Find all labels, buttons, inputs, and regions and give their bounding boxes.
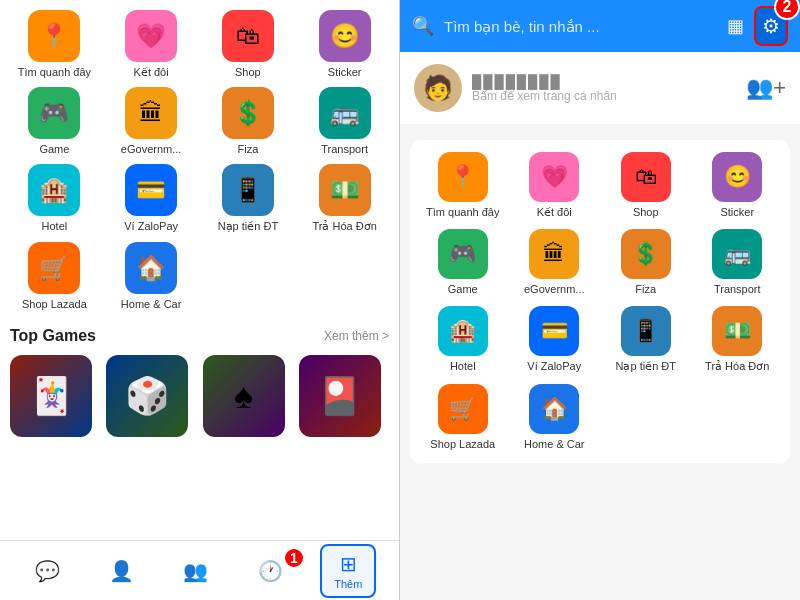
right-app-icon-zalopay-r: 💳 [529,306,579,356]
right-app-label-transport-r: Transport [714,283,761,296]
app-item-zalopay[interactable]: 💳 Ví ZaloPay [107,164,196,233]
game-icon-game2: 🎲 [125,375,170,417]
app-label-home-car: Home & Car [121,298,182,311]
app-item-home-car[interactable]: 🏠 Home & Car [107,242,196,311]
profile-info: ████████ Bấm để xem trang cá nhân [472,74,617,103]
game-icon-game3: ♠ [234,375,253,417]
app-item-shop-lazada[interactable]: 🛒 Shop Lazada [10,242,99,311]
app-label-tra-hoa-don: Trả Hóa Đơn [312,220,376,233]
right-app-icon-home-car-r: 🏠 [529,384,579,434]
right-app-grid: 📍 Tìm quanh đây 💗 Kết đôi 🛍 Shop 😊 Stick… [410,140,790,463]
settings-button[interactable]: ⚙ 2 [754,6,788,46]
right-app-icon-fiza-r: 💲 [621,229,671,279]
right-app-item-game-r[interactable]: 🎮 Game [422,229,504,296]
right-app-label-egovernment-r: eGovernm... [524,283,585,296]
see-more-link[interactable]: Xem thêm > [324,329,389,343]
nav-contacts[interactable]: 👤 [97,553,146,589]
game-thumb-game3[interactable]: ♠ [203,355,285,437]
app-item-tra-hoa-don[interactable]: 💵 Trả Hóa Đơn [300,164,389,233]
game-thumb-game4[interactable]: 🎴 [299,355,381,437]
right-app-icon-sticker-r: 😊 [712,152,762,202]
nav-groups[interactable]: 👥 [171,553,220,589]
search-icon: 🔍 [412,15,434,37]
app-item-shop[interactable]: 🛍 Shop [204,10,293,79]
app-icon-zalopay: 💳 [125,164,177,216]
right-app-item-tim-quanh-day-r[interactable]: 📍 Tìm quanh đây [422,152,504,219]
game-thumb-game2[interactable]: 🎲 [106,355,188,437]
right-app-icon-game-r: 🎮 [438,229,488,279]
qr-icon[interactable]: ▦ [727,15,744,37]
nav-more[interactable]: ⊞ Thêm [320,544,376,598]
bottom-nav: 💬 👤 👥 🕐 1 ⊞ Thêm [0,540,399,600]
app-label-hotel: Hotel [42,220,68,233]
right-app-label-shop-lazada-r: Shop Lazada [430,438,495,451]
app-icon-tra-hoa-don: 💵 [319,164,371,216]
right-app-icon-shop-lazada-r: 🛒 [438,384,488,434]
right-header: 🔍 ▦ ⚙ 2 [400,0,800,52]
left-panel: 📍 Tìm quanh đây 💗 Kết đôi 🛍 Shop 😊 Stick… [0,0,400,600]
right-app-item-fiza-r[interactable]: 💲 Fiza [605,229,687,296]
right-app-icon-tra-hoa-don-r: 💵 [712,306,762,356]
app-label-nap-tien: Nạp tiền ĐT [218,220,278,233]
right-app-item-home-car-r[interactable]: 🏠 Home & Car [514,384,596,451]
right-app-icon-tim-quanh-day-r: 📍 [438,152,488,202]
right-app-item-hotel-r[interactable]: 🏨 Hotel [422,306,504,373]
more-label: Thêm [334,578,362,590]
right-panel: 🔍 ▦ ⚙ 2 🧑 ████████ Bấm để xem trang cá n… [400,0,800,600]
right-app-label-shop-r: Shop [633,206,659,219]
app-label-transport: Transport [321,143,368,156]
right-app-item-ket-doi-r[interactable]: 💗 Kết đôi [514,152,596,219]
contacts-icon: 👤 [109,559,134,583]
app-label-ket-doi: Kết đôi [134,66,169,79]
right-app-label-hotel-r: Hotel [450,360,476,373]
search-input[interactable] [444,18,717,35]
app-icon-tim-quanh-day: 📍 [28,10,80,62]
badge-1: 1 [283,547,305,569]
right-app-item-nap-tien-r[interactable]: 📱 Nạp tiền ĐT [605,306,687,373]
profile-section[interactable]: 🧑 ████████ Bấm để xem trang cá nhân 👥+ [400,52,800,124]
app-item-fiza[interactable]: 💲 Fiza [204,87,293,156]
right-app-item-tra-hoa-don-r[interactable]: 💵 Trả Hóa Đơn [697,306,779,373]
app-label-shop-lazada: Shop Lazada [22,298,87,311]
avatar: 🧑 [414,64,462,112]
right-app-label-tim-quanh-day-r: Tìm quanh đây [426,206,499,219]
app-item-game[interactable]: 🎮 Game [10,87,99,156]
nav-timeline[interactable]: 🕐 1 [246,553,295,589]
app-label-zalopay: Ví ZaloPay [124,220,178,233]
right-app-label-game-r: Game [448,283,478,296]
app-label-egovernment: eGovernm... [121,143,182,156]
right-app-label-sticker-r: Sticker [720,206,754,219]
app-item-hotel[interactable]: 🏨 Hotel [10,164,99,233]
right-app-item-shop-r[interactable]: 🛍 Shop [605,152,687,219]
games-grid: 🃏🎲♠🎴 [10,355,389,437]
app-icon-transport: 🚌 [319,87,371,139]
gear-icon: ⚙ [762,15,780,37]
right-app-icon-hotel-r: 🏨 [438,306,488,356]
app-item-egovernment[interactable]: 🏛 eGovernm... [107,87,196,156]
right-app-item-shop-lazada-r[interactable]: 🛒 Shop Lazada [422,384,504,451]
app-item-transport[interactable]: 🚌 Transport [300,87,389,156]
profile-name: ████████ [472,74,617,89]
timeline-icon: 🕐 [258,559,283,583]
nav-chat[interactable]: 💬 [23,553,72,589]
app-item-sticker[interactable]: 😊 Sticker [300,10,389,79]
app-icon-sticker: 😊 [319,10,371,62]
top-games-header: Top Games Xem thêm > [10,327,389,345]
right-app-item-egovernment-r[interactable]: 🏛 eGovernm... [514,229,596,296]
right-app-item-zalopay-r[interactable]: 💳 Ví ZaloPay [514,306,596,373]
right-app-label-home-car-r: Home & Car [524,438,585,451]
app-item-tim-quanh-day[interactable]: 📍 Tìm quanh đây [10,10,99,79]
app-label-sticker: Sticker [328,66,362,79]
app-item-ket-doi[interactable]: 💗 Kết đôi [107,10,196,79]
more-grid-icon: ⊞ [340,552,357,576]
right-app-icon-nap-tien-r: 📱 [621,306,671,356]
right-app-item-transport-r[interactable]: 🚌 Transport [697,229,779,296]
app-item-nap-tien[interactable]: 📱 Nạp tiền ĐT [204,164,293,233]
app-icon-fiza: 💲 [222,87,274,139]
right-app-item-sticker-r[interactable]: 😊 Sticker [697,152,779,219]
profile-left: 🧑 ████████ Bấm để xem trang cá nhân [414,64,617,112]
right-app-label-zalopay-r: Ví ZaloPay [527,360,581,373]
app-icon-egovernment: 🏛 [125,87,177,139]
add-friend-icon[interactable]: 👥+ [746,75,786,101]
game-thumb-game1[interactable]: 🃏 [10,355,92,437]
